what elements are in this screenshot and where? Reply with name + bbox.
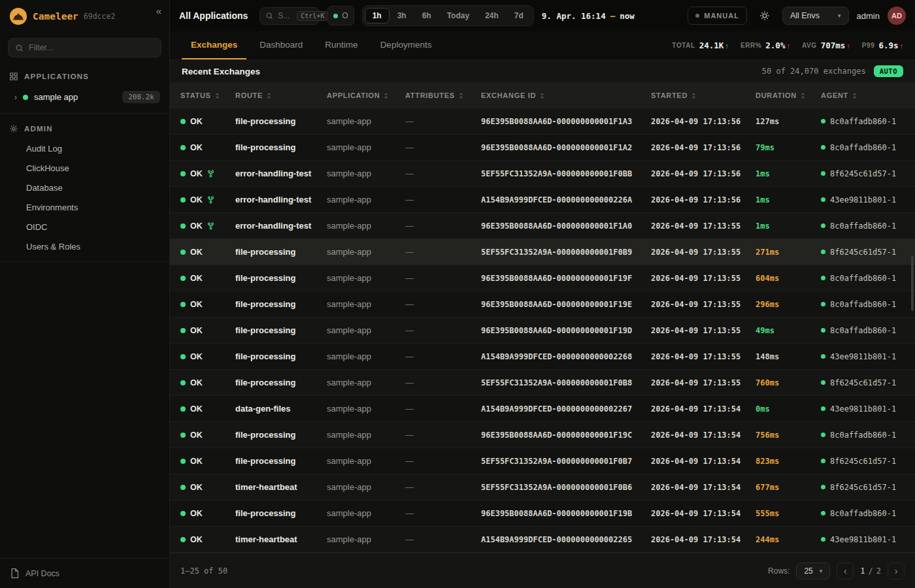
table-row[interactable]: OKerror-handling-testsample-app—5EF55FC3… (170, 161, 915, 187)
attributes-cell: — (405, 325, 481, 335)
sidebar-item-environments[interactable]: Environments (0, 197, 169, 217)
fork-icon (207, 170, 214, 178)
agent-id: 8c0affadb860-1 (830, 326, 896, 335)
avatar[interactable]: AD (888, 7, 906, 25)
status-cell: OK (180, 431, 235, 440)
auto-refresh-badge[interactable]: AUTO (874, 65, 903, 77)
tab-exchanges[interactable]: Exchanges (182, 31, 246, 59)
app-root: Cameleer 69dcce2 « APPLICATIONS › sample… (0, 0, 915, 588)
stat-err: ERR%2.0%↑ (740, 41, 790, 50)
filter-box[interactable] (8, 38, 161, 57)
agent-cell: 8c0affadb860-1 (821, 274, 915, 283)
tab-deployments[interactable]: Deployments (371, 31, 441, 59)
filter-input[interactable] (29, 43, 154, 52)
column-header-duration[interactable]: DURATION (756, 91, 821, 99)
env-select[interactable]: All Envs ▾ (782, 7, 849, 25)
agent-status-dot-icon (821, 302, 825, 306)
column-header-status[interactable]: STATUS (180, 91, 235, 99)
agent-status-dot-icon (821, 145, 825, 150)
agent-status-dot-icon (821, 171, 825, 176)
tab-runtime[interactable]: Runtime (316, 31, 367, 59)
date-range-start: 9. Apr. 16:14 (542, 11, 606, 21)
sidebar-divider (0, 113, 169, 114)
agent-id: 8f6245c61d57-1 (830, 457, 896, 466)
sidebar-item-oidc[interactable]: OIDC (0, 217, 169, 237)
column-header-attributes[interactable]: ATTRIBUTES (405, 91, 481, 99)
attributes-cell: — (405, 456, 481, 466)
sidebar-item-clickhouse[interactable]: ClickHouse (0, 158, 169, 178)
scrollbar-thumb[interactable] (911, 256, 914, 311)
table-row[interactable]: OKfile-processingsample-app—96E395B0088A… (170, 265, 915, 291)
admin-section-label: ADMIN (24, 125, 53, 133)
table-row[interactable]: OKfile-processingsample-app—96E395B0088A… (170, 422, 915, 448)
errors-only-toggle[interactable]: O (327, 6, 354, 25)
table-row[interactable]: OKfile-processingsample-app—96E395B0088A… (170, 108, 915, 135)
agent-status-dot-icon (821, 354, 825, 359)
agent-id: 8c0affadb860-1 (830, 509, 896, 518)
attributes-cell: — (405, 116, 481, 126)
table-row[interactable]: OKfile-processingsample-app—5EF55FC31352… (170, 448, 915, 474)
trend-arrow-icon: ↑ (900, 42, 904, 50)
date-range-end: now (620, 11, 635, 21)
column-header-application[interactable]: APPLICATION (327, 91, 405, 99)
table-row[interactable]: OKfile-processingsample-app—96E395B0088A… (170, 500, 915, 527)
attributes-cell: — (405, 273, 481, 283)
chevron-right-icon[interactable]: › (14, 93, 17, 102)
status-label: OK (190, 535, 203, 544)
tabs-bar: ExchangesDashboardRuntimeDeployments TOT… (170, 31, 915, 60)
sidebar-item-sample-app[interactable]: › sample app 208.2k (0, 86, 169, 108)
sidebar-item-database[interactable]: Database (0, 178, 169, 197)
api-docs-label: API Docs (25, 569, 59, 578)
attributes-cell: — (405, 534, 481, 544)
column-header-agent[interactable]: AGENT (821, 91, 915, 99)
table-row[interactable]: OKerror-handling-testsample-app—A154B9A9… (170, 187, 915, 213)
table-row[interactable]: OKfile-processingsample-app—5EF55FC31352… (170, 370, 915, 396)
manual-refresh-button[interactable]: MANUAL (688, 7, 747, 25)
time-range-6h[interactable]: 6h (414, 8, 439, 24)
table-header-row: STATUSROUTEAPPLICATIONATTRIBUTESEXCHANGE… (170, 82, 915, 108)
column-header-started[interactable]: STARTED (651, 91, 756, 99)
agent-cell: 8f6245c61d57-1 (821, 457, 915, 466)
time-range-1h[interactable]: 1h (365, 8, 390, 24)
theme-toggle-button[interactable] (755, 6, 774, 25)
table-row[interactable]: OKerror-handling-testsample-app—96E395B0… (170, 213, 915, 239)
started-cell: 2026-04-09 17:13:55 (651, 221, 756, 231)
agent-id: 43ee9811b801-1 (830, 535, 896, 544)
route-cell: data-gen-files (235, 404, 327, 414)
sidebar-item-audit-log[interactable]: Audit Log (0, 139, 169, 158)
prev-page-button[interactable]: ‹ (837, 563, 854, 580)
rows-per-page-select[interactable]: 25 ▾ (796, 563, 830, 580)
date-range[interactable]: 9. Apr. 16:14 – now (542, 11, 635, 21)
sidebar-filter (0, 33, 169, 67)
time-range-today[interactable]: Today (439, 8, 477, 24)
exchange-id-cell: A154B9A999DFCED-0000000000002268 (481, 352, 651, 361)
tab-dashboard[interactable]: Dashboard (250, 31, 312, 59)
search-field[interactable] (278, 11, 292, 20)
api-docs-link[interactable]: API Docs (0, 558, 169, 588)
column-header-route[interactable]: ROUTE (235, 91, 327, 99)
table-row[interactable]: OKfile-processingsample-app—96E395B0088A… (170, 291, 915, 318)
time-range-24h[interactable]: 24h (477, 8, 507, 24)
application-cell: sample-app (327, 325, 405, 335)
stat-label: TOTAL (672, 42, 695, 49)
time-range-3h[interactable]: 3h (390, 8, 414, 24)
route-cell: timer-heartbeat (235, 534, 327, 544)
time-range-7d[interactable]: 7d (507, 8, 531, 24)
column-header-exchange-id[interactable]: EXCHANGE ID (481, 91, 651, 99)
time-range-group: 1h3h6hToday24h7d (362, 5, 534, 26)
table-row[interactable]: OKfile-processingsample-app—A154B9A999DF… (170, 344, 915, 370)
table-row[interactable]: OKtimer-heartbeatsample-app—5EF55FC31352… (170, 474, 915, 500)
table-row[interactable]: OKfile-processingsample-app—5EF55FC31352… (170, 239, 915, 265)
table-row[interactable]: OKfile-processingsample-app—96E395B0088A… (170, 318, 915, 344)
total-pages: 2 (876, 566, 881, 576)
route-cell: file-processing (235, 247, 327, 257)
next-page-button[interactable]: › (888, 563, 905, 580)
status-ok-dot-icon (180, 250, 186, 255)
table-row[interactable]: OKdata-gen-filessample-app—A154B9A999DFC… (170, 396, 915, 422)
table-row[interactable]: OKfile-processingsample-app—96E395B0088A… (170, 135, 915, 161)
sidebar-item-users-roles[interactable]: Users & Roles (0, 237, 169, 256)
table-row[interactable]: OKtimer-heartbeatsample-app—A154B9A999DF… (170, 527, 915, 553)
global-search-input[interactable]: Ctrl+K (259, 7, 320, 25)
sidebar-collapse-button[interactable]: « (156, 5, 161, 16)
attributes-cell: — (405, 195, 481, 204)
